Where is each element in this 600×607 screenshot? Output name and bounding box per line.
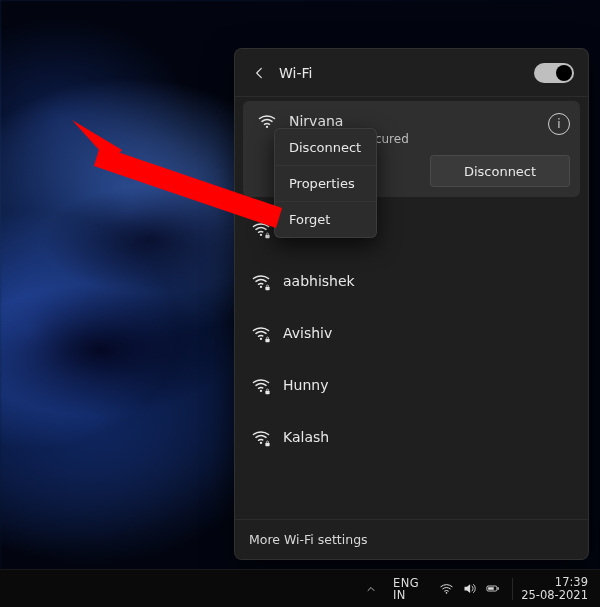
network-name: aabhishek — [283, 273, 355, 289]
context-properties[interactable]: Properties — [275, 165, 376, 201]
svg-point-9 — [260, 442, 262, 444]
network-name: Nirvana — [289, 113, 343, 129]
disconnect-button[interactable]: Disconnect — [430, 155, 570, 187]
svg-point-0 — [266, 126, 268, 128]
context-disconnect[interactable]: Disconnect — [275, 129, 376, 165]
svg-point-1 — [260, 234, 262, 236]
more-wifi-settings[interactable]: More Wi-Fi settings — [235, 519, 588, 559]
taskbar: ENG IN 17:39 25-08-2021 — [0, 569, 600, 607]
taskbar-clock[interactable]: 17:39 25-08-2021 — [513, 570, 596, 607]
context-forget[interactable]: Forget — [275, 201, 376, 237]
lock-icon — [263, 231, 272, 240]
lock-icon — [263, 387, 272, 396]
clock-date: 25-08-2021 — [521, 589, 588, 602]
wifi-flyout: Wi-Fi Nirvana Connected, secured i Disco… — [234, 48, 589, 560]
wifi-secured-icon — [251, 375, 271, 395]
arrow-left-icon — [252, 65, 268, 81]
svg-rect-15 — [498, 587, 499, 590]
chevron-up-icon — [365, 583, 377, 595]
svg-point-13 — [446, 592, 448, 594]
clock-time: 17:39 — [521, 576, 588, 589]
svg-point-7 — [260, 390, 262, 392]
svg-rect-8 — [265, 391, 269, 395]
battery-icon — [485, 581, 500, 596]
wifi-signal-icon — [257, 111, 277, 131]
network-context-menu: Disconnect Properties Forget — [274, 128, 377, 238]
network-info-button[interactable]: i — [548, 113, 570, 135]
wifi-toggle[interactable] — [534, 63, 574, 83]
language-top: ENG — [393, 577, 419, 589]
svg-rect-4 — [265, 287, 269, 291]
system-tray[interactable] — [427, 570, 512, 607]
wifi-secured-icon — [251, 323, 271, 343]
network-name: Hunny — [283, 377, 328, 393]
network-item-hunny[interactable]: Hunny — [241, 359, 582, 411]
wifi-toggle-knob — [556, 65, 572, 81]
svg-point-3 — [260, 286, 262, 288]
language-indicator[interactable]: ENG IN — [385, 570, 427, 607]
network-item-kalash[interactable]: Kalash — [241, 411, 582, 463]
wifi-secured-icon — [251, 427, 271, 447]
svg-rect-10 — [265, 443, 269, 447]
network-item-avishiv[interactable]: Avishiv — [241, 307, 582, 359]
language-bottom: IN — [393, 589, 419, 601]
flyout-title: Wi-Fi — [279, 65, 534, 81]
back-button[interactable] — [245, 58, 275, 88]
svg-rect-6 — [265, 339, 269, 343]
svg-point-5 — [260, 338, 262, 340]
info-icon: i — [557, 117, 560, 131]
flyout-header: Wi-Fi — [235, 49, 588, 97]
svg-rect-2 — [265, 235, 269, 239]
network-item-aabhishek[interactable]: aabhishek — [241, 255, 582, 307]
network-name: Avishiv — [283, 325, 332, 341]
lock-icon — [263, 439, 272, 448]
tray-overflow-button[interactable] — [357, 570, 385, 607]
svg-rect-16 — [488, 587, 494, 590]
wifi-secured-icon — [251, 219, 271, 239]
lock-icon — [263, 335, 272, 344]
network-name: Kalash — [283, 429, 329, 445]
wifi-secured-icon — [251, 271, 271, 291]
wifi-icon — [439, 581, 454, 596]
volume-icon — [462, 581, 477, 596]
lock-icon — [263, 283, 272, 292]
